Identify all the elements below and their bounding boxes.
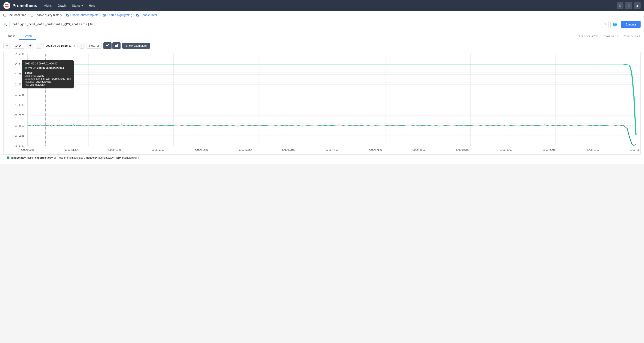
nav-help[interactable]: Help [86,2,98,8]
svg-text:10:15: 10:15 [630,148,640,151]
svg-text:0.00: 0.00 [14,145,24,148]
load-time: Load time: 22ms [579,35,598,38]
query-input-wrapper: rate(gin_test_data_endpoints_QPS_statist… [10,21,600,28]
contrast-button[interactable]: ◑ [634,2,640,9]
svg-text:2.00: 2.00 [14,63,24,66]
close-icon: × [73,44,75,48]
tab-graph[interactable]: Graph [19,32,36,40]
show-exemplars-label: Show Exemplars [126,44,147,47]
svg-rect-7 [116,45,117,47]
svg-text:09:50: 09:50 [412,148,426,151]
svg-text:10:00: 10:00 [500,148,512,151]
chevron-left-icon: ‹ [38,44,39,47]
tabs-row: Table Graph Load time: 22ms Resolution: … [4,32,640,40]
globe-icon: 🌐 [613,23,617,26]
clear-datetime-button[interactable]: × [73,44,75,48]
nav-status[interactable]: Status ▾ [69,2,86,8]
tab-table[interactable]: Table [4,32,19,40]
settings-button[interactable]: ⚙ [616,2,624,9]
line-chart-icon [106,44,109,48]
load-info: Load time: 22ms Resolution: 17s Result s… [579,35,640,38]
use-local-time-option[interactable]: Use local time [4,13,26,17]
svg-text:09:15: 09:15 [108,148,122,151]
enable-autocomplete-label: Enable autocomplete [70,13,99,17]
svg-text:2.25: 2.25 [14,52,24,55]
enable-linter-option[interactable]: Enable linter [136,13,157,17]
use-local-time-label: Use local time [8,13,26,17]
nav-alerts[interactable]: Alerts [42,2,54,8]
svg-text:09:10: 09:10 [65,148,78,151]
enable-linter-label: Enable linter [140,13,157,17]
prev-time-button[interactable]: ‹ [36,43,42,48]
svg-text:1.75: 1.75 [14,73,24,76]
chart-svg: 0.00 0.25 0.50 0.75 1.00 1.25 1.50 1.75 … [4,52,640,154]
result-series: Result series: 2 [623,35,640,38]
svg-text:1.00: 1.00 [14,104,24,106]
svg-rect-6 [115,46,116,47]
legend-bar: {endpoints="/hello", exported_job="gin_t… [4,154,640,161]
search-icon: 🔍 [4,22,8,26]
metrics-browser-button[interactable]: 🌐 [610,21,620,28]
format-button[interactable]: ≡ [602,21,609,28]
svg-rect-4 [5,5,6,6]
navbar-right: ⚙ ☽ ◑ [616,2,640,9]
brand-name: Prometheus [12,3,37,8]
svg-text:09:55: 09:55 [456,148,469,151]
query-bar: 🔍 rate(gin_test_data_endpoints_QPS_stati… [0,19,644,30]
plus-button[interactable]: + [26,42,34,49]
enable-query-history-checkbox[interactable] [30,14,34,16]
format-icon: ≡ [604,22,606,26]
bar-chart-icon [115,44,118,48]
minus-button[interactable]: − [4,42,11,49]
datetime-display: 2023-09-29 10:18:13 × [44,43,78,49]
svg-rect-5 [8,5,8,6]
datetime-value: 2023-09-29 10:18:13 [46,44,72,47]
svg-text:09:40: 09:40 [326,148,338,151]
chevron-right-icon: › [82,44,82,47]
main-content: Table Graph Load time: 22ms Resolution: … [0,30,644,164]
legend-color-swatch [7,156,10,159]
svg-text:0.25: 0.25 [14,134,24,137]
query-input[interactable]: rate(gin_test_data_endpoints_QPS_statist… [10,21,600,28]
svg-text:10:10: 10:10 [586,148,599,151]
svg-text:09:25: 09:25 [195,148,208,151]
svg-rect-3 [7,6,7,7]
svg-text:09:30: 09:30 [239,148,252,151]
svg-text:09:20: 09:20 [152,148,165,151]
resolution-button[interactable]: Res. (s) [86,43,102,48]
bar-chart-button[interactable] [112,42,120,49]
nav-links: Alerts Graph Status ▾ Help [42,2,98,8]
theme-button[interactable]: ☽ [625,2,632,9]
use-local-time-checkbox[interactable] [4,14,6,16]
svg-text:1.50: 1.50 [14,83,24,86]
svg-text:09:35: 09:35 [282,148,295,151]
plus-icon: + [29,44,32,48]
enable-highlighting-checkbox[interactable] [103,14,106,16]
svg-text:09:05: 09:05 [21,148,34,151]
nav-graph[interactable]: Graph [55,2,68,8]
brand: Prometheus [4,2,37,9]
execute-button[interactable]: Execute [621,21,640,28]
enable-autocomplete-checkbox[interactable] [66,14,69,16]
legend-text: {endpoints="/hello", exported_job="gin_t… [11,156,139,159]
line-chart-button[interactable] [104,42,112,49]
options-bar: Use local time Enable query history Enab… [0,11,644,19]
resolution: Resolution: 17s [602,35,620,38]
svg-rect-2 [7,4,7,5]
svg-text:10:05: 10:05 [543,148,556,151]
moon-icon: ☽ [627,4,630,7]
show-exemplars-button[interactable]: Show Exemplars [122,43,150,48]
enable-highlighting-option[interactable]: Enable highlighting [103,13,132,17]
resolution-label: Res. (s) [89,44,99,47]
enable-query-history-label: Enable query history [35,13,62,17]
enable-highlighting-label: Enable highlighting [107,13,132,17]
next-time-button[interactable]: › [79,43,85,48]
enable-autocomplete-option[interactable]: Enable autocomplete [66,13,99,17]
contrast-icon: ◑ [636,4,638,7]
enable-linter-checkbox[interactable] [136,14,139,16]
svg-text:09:45: 09:45 [369,148,382,151]
enable-query-history-option[interactable]: Enable query history [30,13,62,17]
svg-point-1 [6,5,8,6]
svg-text:0.75: 0.75 [14,114,24,117]
graph-controls: − 1h14r + ‹ 2023-09-29 10:18:13 × › Res.… [4,42,640,49]
